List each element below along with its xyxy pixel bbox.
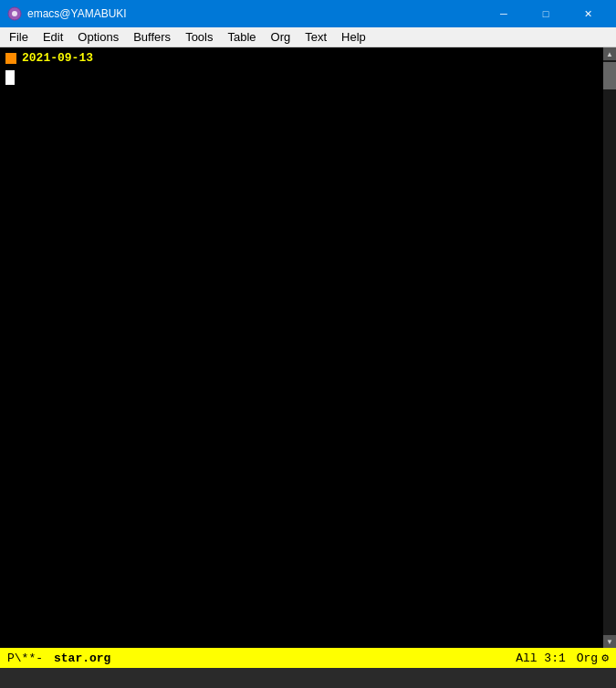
status-filename: star.org (54, 652, 110, 665)
org-date-text: 2021-09-13 (22, 51, 93, 65)
menu-org[interactable]: Org (264, 27, 298, 47)
close-button[interactable]: ✕ (567, 0, 609, 27)
status-org-mode: Org ⚙ (577, 651, 609, 665)
maximize-button[interactable]: □ (525, 0, 567, 27)
status-major-mode: Org (577, 652, 598, 665)
cursor-line (5, 70, 598, 85)
status-mode-indicator: P\**- (7, 652, 43, 665)
status-position: All 3:1 (516, 652, 566, 665)
text-cursor (5, 70, 15, 85)
scroll-up-arrow[interactable]: ▲ (603, 47, 616, 60)
editor-container: 2021-09-13 ▲ ▼ (0, 47, 616, 648)
editor-content[interactable]: 2021-09-13 (0, 47, 603, 648)
title-bar: emacs@YAMABUKI ─ □ ✕ (0, 0, 616, 27)
menu-buffers[interactable]: Buffers (126, 27, 178, 47)
menu-options[interactable]: Options (70, 27, 126, 47)
menu-table[interactable]: Table (220, 27, 263, 47)
status-bar: P\**- star.org All 3:1 Org ⚙ (0, 648, 616, 668)
scrollbar-thumb[interactable] (603, 62, 616, 89)
menu-help[interactable]: Help (334, 27, 373, 47)
scrollbar[interactable]: ▲ ▼ (603, 47, 616, 648)
gear-icon: ⚙ (601, 651, 609, 665)
menu-bar: File Edit Options Buffers Tools Table Or… (0, 27, 616, 47)
org-star-marker (5, 53, 16, 64)
window-controls: ─ □ ✕ (483, 0, 609, 27)
scroll-down-arrow[interactable]: ▼ (603, 635, 616, 648)
minimize-button[interactable]: ─ (483, 0, 525, 27)
org-date-header: 2021-09-13 (5, 51, 598, 65)
menu-file[interactable]: File (2, 27, 36, 47)
mini-buffer (0, 668, 616, 688)
menu-edit[interactable]: Edit (36, 27, 70, 47)
window-title: emacs@YAMABUKI (27, 7, 483, 20)
menu-tools[interactable]: Tools (178, 27, 220, 47)
scrollbar-track[interactable] (603, 60, 616, 635)
emacs-icon (7, 6, 22, 21)
menu-text[interactable]: Text (298, 27, 334, 47)
svg-point-1 (12, 11, 17, 16)
